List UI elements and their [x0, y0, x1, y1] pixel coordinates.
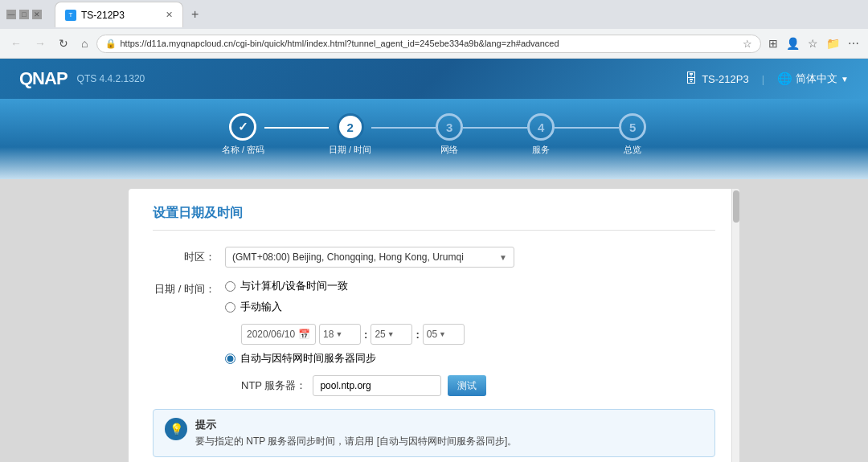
step-5-label: 总览	[624, 144, 641, 156]
minimize-button[interactable]: —	[6, 10, 16, 19]
radio-group: 与计算机/设备时间一致 手动输入 2020/06/10 📅	[225, 279, 715, 396]
step-1-label: 名称 / 密码	[222, 144, 264, 156]
second-select[interactable]: 05 ▼	[423, 324, 465, 345]
header-divider: |	[762, 73, 764, 85]
hour-select[interactable]: 18 ▼	[319, 324, 361, 345]
second-arrow-icon: ▼	[439, 330, 446, 338]
reload-button[interactable]: ↻	[55, 35, 72, 51]
ntp-radio[interactable]	[225, 354, 235, 364]
page-title: 设置日期及时间	[153, 205, 715, 231]
connector-3-4	[463, 127, 527, 129]
qnap-brand: QNAP	[19, 68, 68, 89]
minute-select[interactable]: 25 ▼	[371, 324, 412, 345]
tab-bar: T TS-212P3 ✕ +	[48, 2, 210, 27]
nas-name-label: TS-212P3	[702, 73, 749, 85]
step-4: 4 服务	[527, 113, 555, 156]
url-bar[interactable]: 🔒 https://d11a.myqnapcloud.cn/cgi-bin/qu…	[96, 35, 761, 53]
step-5-circle: 5	[619, 113, 646, 141]
setup-banner: ✓ 名称 / 密码 2 日期 / 时间 3 网络 4 服务	[0, 99, 868, 179]
title-bar: — □ ✕ T TS-212P3 ✕ +	[0, 0, 868, 29]
window-controls: — □ ✕	[6, 10, 42, 19]
step-3: 3 网络	[436, 113, 463, 156]
home-button[interactable]: ⌂	[77, 35, 92, 51]
step-1: ✓ 名称 / 密码	[222, 113, 264, 156]
manual-radio[interactable]	[225, 302, 235, 313]
colon-2: :	[416, 329, 419, 341]
connector-1-2	[264, 127, 329, 129]
datetime-row: 日期 / 时间： 与计算机/设备时间一致 手动输入	[153, 279, 715, 396]
timezone-label: 时区：	[153, 247, 225, 268]
step-3-circle: 3	[436, 113, 463, 141]
url-text: https://d11a.myqnapcloud.cn/cgi-bin/quic…	[120, 39, 739, 48]
step-5: 5 总览	[619, 113, 646, 156]
step-1-circle: ✓	[229, 113, 256, 141]
minute-value: 25	[375, 329, 385, 340]
hint-icon: 💡	[165, 418, 187, 440]
hint-box: 💡 提示 要与指定的 NTP 服务器同步时间，请启用 [自动与因特网时间服务器同…	[153, 409, 715, 457]
new-tab-button[interactable]: +	[186, 7, 203, 22]
steps-container: ✓ 名称 / 密码 2 日期 / 时间 3 网络 4 服务	[222, 99, 646, 156]
qts-version: QTS 4.4.2.1320	[77, 73, 145, 84]
ntp-server-input[interactable]	[313, 375, 441, 396]
step-2-label: 日期 / 时间	[329, 144, 371, 156]
extensions-button[interactable]: ⊞	[766, 35, 780, 52]
page-wrapper: — □ ✕ T TS-212P3 ✕ + ← → ↻ ⌂ 🔒	[0, 0, 868, 462]
forward-nav-button[interactable]: →	[31, 35, 50, 51]
tab-favicon: T	[65, 10, 76, 21]
minute-arrow-icon: ▼	[387, 330, 395, 338]
nas-name: 🗄 TS-212P3	[685, 72, 749, 86]
ntp-radio-row: 自动与因特网时间服务器同步	[225, 351, 715, 366]
profile-button[interactable]: 👤	[784, 35, 802, 52]
step-2: 2 日期 / 时间	[329, 113, 371, 156]
second-value: 05	[427, 329, 437, 340]
collections-button[interactable]: 📁	[824, 35, 842, 52]
hint-text: 要与指定的 NTP 服务器同步时间，请启用 [自动与因特网时间服务器同步]。	[195, 434, 517, 448]
content-area: 设置日期及时间 时区： (GMT+08:00) Beijing, Chongqi…	[0, 179, 868, 462]
browser-tab[interactable]: T TS-212P3 ✕	[55, 2, 183, 27]
timezone-row: 时区： (GMT+08:00) Beijing, Chongqing, Hong…	[153, 247, 715, 268]
lang-dropdown-icon: ▼	[841, 75, 849, 84]
scrollbar-thumb[interactable]	[733, 190, 739, 223]
ntp-radio-label: 自动与因特网时间服务器同步	[240, 351, 376, 366]
back-nav-button[interactable]: ←	[6, 35, 26, 51]
calendar-icon: 📅	[298, 329, 310, 340]
tab-title: TS-212P3	[81, 10, 125, 21]
toolbar-icons: ⊞ 👤 ☆ 📁 ⋯	[766, 35, 862, 52]
ntp-server-label: NTP 服务器：	[241, 378, 306, 393]
close-button[interactable]: ✕	[32, 10, 42, 19]
date-input[interactable]: 2020/06/10 📅	[241, 324, 316, 345]
timezone-value: (GMT+08:00) Beijing, Chongqing, Hong Kon…	[232, 251, 464, 263]
lang-label: 简体中文	[796, 72, 837, 86]
step-4-label: 服务	[532, 144, 550, 156]
test-button[interactable]: 测试	[448, 375, 486, 396]
timezone-control: (GMT+08:00) Beijing, Chongqing, Hong Kon…	[225, 247, 715, 268]
app-body: QNAP QTS 4.4.2.1320 🗄 TS-212P3 | 🌐 简体中文 …	[0, 59, 868, 462]
hour-value: 18	[323, 329, 334, 340]
timezone-dropdown[interactable]: (GMT+08:00) Beijing, Chongqing, Hong Kon…	[225, 247, 514, 268]
scrollbar[interactable]	[731, 189, 739, 462]
step-3-label: 网络	[440, 144, 458, 156]
step-4-circle: 4	[527, 113, 555, 141]
app-header: QNAP QTS 4.4.2.1320 🗄 TS-212P3 | 🌐 简体中文 …	[0, 59, 868, 99]
menu-button[interactable]: ⋯	[845, 35, 862, 52]
address-bar: ← → ↻ ⌂ 🔒 https://d11a.myqnapcloud.cn/cg…	[0, 29, 868, 58]
tab-close-icon[interactable]: ✕	[166, 10, 173, 20]
hour-arrow-icon: ▼	[335, 330, 342, 338]
maximize-button[interactable]: □	[19, 10, 29, 19]
ntp-server-row: NTP 服务器： 测试	[241, 375, 715, 396]
star-icon: ☆	[743, 38, 752, 50]
browser-chrome: — □ ✕ T TS-212P3 ✕ + ← → ↻ ⌂ 🔒	[0, 0, 868, 59]
date-value: 2020/06/10	[247, 329, 295, 340]
hint-content: 提示 要与指定的 NTP 服务器同步时间，请启用 [自动与因特网时间服务器同步]…	[195, 418, 517, 448]
lock-icon: 🔒	[105, 39, 117, 49]
favorites-button[interactable]: ☆	[805, 35, 821, 52]
datetime-label: 日期 / 时间：	[153, 279, 225, 300]
globe-icon: 🌐	[777, 72, 792, 86]
sync-pc-label: 与计算机/设备时间一致	[240, 279, 348, 293]
connector-2-3	[371, 127, 436, 129]
sync-pc-radio[interactable]	[225, 281, 235, 292]
lang-selector[interactable]: 🌐 简体中文 ▼	[777, 72, 849, 86]
content-card: 设置日期及时间 时区： (GMT+08:00) Beijing, Chongqi…	[129, 189, 739, 462]
timezone-select: (GMT+08:00) Beijing, Chongqing, Hong Kon…	[225, 247, 715, 268]
qnap-logo: QNAP QTS 4.4.2.1320	[19, 68, 145, 89]
